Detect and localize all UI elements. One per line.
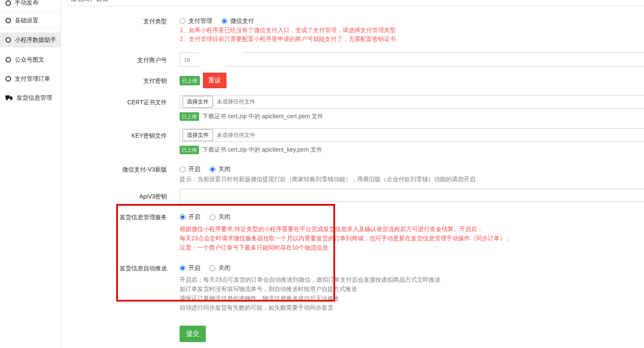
circle-icon xyxy=(5,37,11,43)
radio-delivery-service-on[interactable]: 开启 xyxy=(180,213,200,221)
uploaded-badge: 已上传 xyxy=(180,76,200,85)
delivery-service-note-3: 注意：一个商户订单号下最多只能同时存在10个物流信息 xyxy=(180,243,644,252)
row-submit: 提交 xyxy=(61,326,644,342)
radio-label: 微信支付 xyxy=(230,17,254,25)
radio-v3-off[interactable]: 关闭 xyxy=(210,166,230,173)
circle-icon xyxy=(5,57,11,63)
sidebar-item-shipping-info[interactable]: 发货信息管理 xyxy=(0,90,60,105)
sidebar-item-basic-settings[interactable]: 基础设置 xyxy=(0,13,60,29)
radio-delivery-push-on[interactable]: 开启 xyxy=(180,264,200,272)
sidebar-item-manual-publish[interactable]: 手动发布 xyxy=(0,0,60,13)
radio-delivery-service-off[interactable]: 关闭 xyxy=(210,213,230,221)
radio-label: 开启 xyxy=(188,264,200,272)
sidebar-item-label: 公众号图文 xyxy=(15,56,44,64)
radio-label: 关闭 xyxy=(218,166,230,173)
cert-file-label: CERT证书文件 xyxy=(61,95,180,106)
sidebar-item-payment-orders[interactable]: 支付管理订单 xyxy=(0,71,60,86)
radio-icon-checked[interactable] xyxy=(180,265,186,271)
radio-label: 关闭 xyxy=(218,264,230,272)
row-cert-file: CERT证书文件 选择文件 未选择任何文件 已上传 下载证书 cert.zip … xyxy=(61,95,644,121)
cert-file-input[interactable]: 选择文件 未选择任何文件 xyxy=(180,95,644,109)
sidebar-item-label: 手动发布 xyxy=(15,0,38,7)
apiv3-key-label: ApiV3密钥 xyxy=(61,189,180,201)
radio-v3-on[interactable]: 开启 xyxy=(180,166,200,173)
radio-icon[interactable] xyxy=(210,265,216,271)
delivery-service-note-1: 根据微信小程序要求,特定类型的小程序需要在平台完成发货信息录入及确认收货流程后方… xyxy=(180,224,644,234)
delivery-push-hint-4: 自动进行同步发货有失败的可能，如失败需要手动同步发货 xyxy=(180,303,644,312)
sidebar-item-official-account-articles[interactable]: 公众号图文 xyxy=(0,52,60,67)
key-file-label: KEY密钥文件 xyxy=(61,128,180,140)
delivery-service-label: 发货信息管理服务 xyxy=(61,213,180,221)
sidebar-item-label: 基础设置 xyxy=(15,17,38,24)
row-pay-type: 支付类型 支付管理 微信支付 1、如果小程序里已经没有了微信支付入口，变成了支付… xyxy=(61,17,644,43)
wxpay-v3-label: 微信支付-V3新版 xyxy=(61,165,180,174)
pay-type-note-1: 1、如果小程序里已经没有了微信支付入口，变成了支付管理，请选择支付管理类型 xyxy=(180,26,644,34)
row-delivery-push: 发货信息自动推送 开启 关闭 开启后：每天23点可发货的订单会自动推送到微信，虚… xyxy=(61,264,644,312)
delivery-push-hint-1: 开启后：每天23点可发货的订单会自动推送到微信，虚拟订单支付后会直接按虚拟商品方… xyxy=(180,275,644,284)
radio-wechat-pay[interactable]: 微信支付 xyxy=(221,17,254,25)
delivery-push-hint-3: 请保证订单物流信息的准确性，物流信息推送成功后无法修改 xyxy=(180,294,644,303)
sidebar-item-label: 支付管理订单 xyxy=(15,75,50,83)
choose-file-button[interactable]: 选择文件 xyxy=(183,129,213,141)
apiv3-key-input[interactable] xyxy=(180,189,644,202)
key-file-input[interactable]: 选择文件 未选择任何文件 xyxy=(180,128,644,142)
radio-icon-checked[interactable] xyxy=(210,166,216,172)
radio-label: 开启 xyxy=(188,166,200,173)
radio-delivery-push-off[interactable]: 关闭 xyxy=(210,264,230,272)
radio-pay-management[interactable]: 支付管理 xyxy=(180,17,212,25)
circle-icon xyxy=(5,18,11,23)
sidebar-item-label: 小程序数据助手 xyxy=(15,36,56,44)
delivery-push-label: 发货信息自动推送 xyxy=(61,264,180,272)
pay-type-note-2: 2、支付管理目前只需要配置小程序里申请的商户号就能支付了，无需配置密钥证书 xyxy=(180,35,644,43)
choose-file-button[interactable]: 选择文件 xyxy=(183,96,213,108)
radio-icon[interactable] xyxy=(180,18,186,24)
cert-file-hint: 下载证书 cert.zip 中的 apiclient_cert.pem 文件 xyxy=(202,113,323,120)
row-wxpay-v3: 微信支付-V3新版 开启 关闭 提示：当前设置只针对新版微信提现打款（商家转账到… xyxy=(61,165,644,184)
radio-icon[interactable] xyxy=(210,214,216,220)
delivery-push-hint-2: 如订单发货时没有填写物流单号，则自动推送时按用户自提方式推送 xyxy=(180,284,644,294)
row-apiv3-key: ApiV3密钥 xyxy=(61,189,644,202)
row-pay-key: 支付密钥 已上传重设 xyxy=(61,73,644,88)
radio-icon[interactable] xyxy=(180,166,186,172)
row-merchant-id: 支付商户号 xyxy=(61,52,644,67)
main-content: 微信商户设置 支付类型 支付管理 微信支付 1、如果小程序里已经没有了微信支付入… xyxy=(61,0,644,348)
delivery-service-note-2: 每天23点会定时请求微信服务器拉取一个月以内需要发货的订单到商城，也可手动更新在… xyxy=(180,234,644,243)
page-title: 微信商户设置 xyxy=(67,0,644,3)
pay-type-label: 支付类型 xyxy=(61,17,180,25)
sidebar: 手动发布 基础设置 小程序数据助手 公众号图文 支付管理订单 发货信息管理 xyxy=(0,0,61,348)
row-delivery-service: 发货信息管理服务 开启 关闭 根据微信小程序要求,特定类型的小程序需要在平台完成… xyxy=(61,213,644,252)
merchant-id-label: 支付商户号 xyxy=(61,52,180,64)
wxpay-v3-hint: 提示：当前设置只针对新版微信提现打款（商家转账到零钱功能），用着旧版（企业付款到… xyxy=(180,175,644,184)
circle-icon xyxy=(5,0,11,6)
sidebar-item-label: 发货信息管理 xyxy=(16,94,52,102)
merchant-id-input[interactable] xyxy=(180,52,644,67)
no-file-text: 未选择任何文件 xyxy=(217,131,255,139)
submit-button[interactable]: 提交 xyxy=(180,326,206,342)
radio-icon-checked[interactable] xyxy=(221,18,227,24)
no-file-text: 未选择任何文件 xyxy=(217,98,255,106)
radio-label: 关闭 xyxy=(218,213,230,221)
title-bar: 微信商户设置 xyxy=(67,0,644,6)
sidebar-item-miniprogram-data-assistant[interactable]: 小程序数据助手 xyxy=(0,33,60,47)
uploaded-badge: 已上传 xyxy=(180,146,199,154)
radio-icon-checked[interactable] xyxy=(180,214,186,220)
truck-icon xyxy=(5,95,13,101)
key-file-hint: 下载证书 cert.zip 中的 apiclient_key.pem 文件 xyxy=(202,146,322,154)
row-key-file: KEY密钥文件 选择文件 未选择任何文件 已上传 下载证书 cert.zip 中… xyxy=(61,128,644,154)
reset-key-button[interactable]: 重设 xyxy=(203,73,226,88)
circle-icon xyxy=(5,76,11,82)
settings-form: 支付类型 支付管理 微信支付 1、如果小程序里已经没有了微信支付入口，变成了支付… xyxy=(61,6,644,342)
pay-key-label: 支付密钥 xyxy=(61,73,180,85)
radio-label: 开启 xyxy=(188,213,200,221)
radio-label: 支付管理 xyxy=(188,17,212,25)
uploaded-badge: 已上传 xyxy=(180,112,199,121)
